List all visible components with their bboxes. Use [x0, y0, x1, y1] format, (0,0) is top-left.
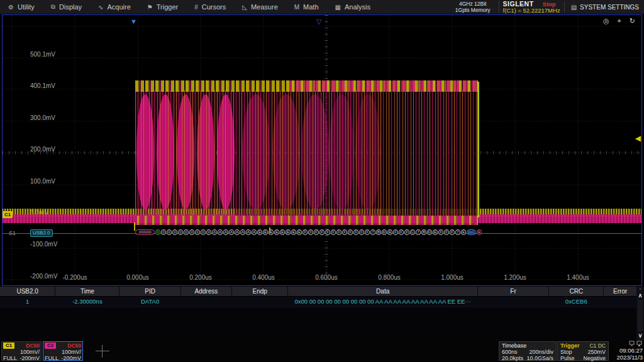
decode-byte-bubble: F: [348, 229, 353, 235]
decode-byte-bubble: 0: [195, 229, 200, 235]
decode-byte-bubble: F: [404, 229, 409, 235]
table-header-cell[interactable]: USB2.0: [0, 287, 55, 296]
acquisition-status[interactable]: Stop: [543, 1, 556, 8]
table-value-cell: [181, 297, 232, 307]
trigger-level: 250mV: [587, 349, 606, 355]
decode-byte-bubble: F: [438, 229, 443, 235]
table-scrollbar[interactable]: × ∧ ∨: [636, 287, 644, 339]
menu-item-label: Acquire: [107, 3, 130, 11]
menu-item[interactable]: ◺ Measure: [234, 0, 286, 14]
topbar-right-cluster: 4GHz 12Bit 1Gpts Memory SIGLENT Stop f(C…: [455, 0, 644, 14]
menu-item-icon: ⚙: [8, 4, 14, 11]
waveform-display[interactable]: 500.1mV400.1mV300.0mV200.0mV100.0mV0.0mV…: [2, 14, 642, 286]
oscilloscope-screen: ⚙ Utility ⧉ Display ∿ Acquire ⚑ Trigger …: [0, 0, 644, 362]
menu-item-label: Cursors: [202, 3, 226, 11]
scroll-down-icon[interactable]: ∨: [638, 332, 643, 339]
position-crosshair-icon[interactable]: ⌖: [618, 17, 621, 25]
delay-position-marker[interactable]: ▽: [316, 18, 321, 26]
menu-item-icon: ∿: [98, 4, 103, 11]
menu-item[interactable]: ⚙ Utility: [0, 0, 43, 14]
decode-byte-bubble: F: [359, 229, 364, 235]
system-settings-button[interactable]: ▤ SYSTEM SETTINGS: [569, 4, 644, 11]
table-header-cell[interactable]: CRC: [549, 287, 604, 296]
main-menu: ⚙ Utility ⧉ Display ∿ Acquire ⚑ Trigger …: [0, 0, 379, 14]
table-header-cell[interactable]: Time: [55, 287, 119, 296]
c1-ground-level-badge[interactable]: C1: [3, 211, 13, 218]
scrollbar-track[interactable]: [638, 300, 643, 331]
timebase-points: 20.0kpts: [502, 355, 523, 361]
menu-item-icon: #: [194, 4, 198, 11]
channel-1-descriptor[interactable]: C1 DC50 100mV/ FULL -200mV: [1, 341, 42, 361]
timebase-samplerate: 10.0GSa/s: [526, 355, 553, 361]
decode-byte-bubble: E: [297, 229, 302, 235]
menu-item[interactable]: ⚑ Trigger: [139, 0, 186, 14]
decode-byte-bubble: A: [229, 229, 234, 235]
rotate-view-icon[interactable]: ↻: [630, 17, 635, 25]
scroll-up-icon[interactable]: ∧: [638, 292, 643, 299]
decode-byte-bubble: 0xC: [467, 229, 476, 235]
decode-byte-bubble: E: [257, 229, 262, 235]
usb-packet-burst: [135, 80, 478, 225]
decode-byte-bubble: E: [274, 229, 279, 235]
x-axis-tick-label: 1.200us: [484, 274, 547, 281]
screenshot-camera-icon[interactable]: ◎: [603, 17, 609, 25]
table-header-cell[interactable]: Fr: [478, 287, 549, 296]
menu-item-label: Math: [303, 3, 318, 11]
table-header-cell[interactable]: Address: [181, 287, 232, 296]
decode-byte-bubble: E: [263, 229, 268, 235]
decode-protocol-badge[interactable]: USB2.0: [30, 229, 53, 237]
trigger-position-marker[interactable]: ▼: [130, 18, 137, 25]
table-value-cell: [232, 297, 288, 307]
channel-2-badge: C2: [45, 343, 56, 349]
decode-byte-bubble: A: [246, 229, 251, 235]
menu-item[interactable]: ⧉ Display: [43, 0, 90, 14]
table-close-icon[interactable]: ×: [639, 287, 642, 292]
channel-1-badge: C1: [3, 343, 14, 349]
decode-byte-bubble: 0: [161, 229, 166, 235]
channel-2-bandwidth: FULL: [45, 355, 58, 361]
menu-item[interactable]: # Cursors: [186, 0, 234, 14]
y-axis-tick-label: -100.0mV: [30, 241, 57, 272]
decode-byte-bubble: 0: [201, 229, 206, 235]
decode-byte-bubble: A: [240, 229, 245, 235]
table-value-cell: 0xCEB6: [549, 297, 604, 307]
decode-byte-bubble: 0000000: [135, 229, 155, 235]
decode-byte-bubble: 7: [455, 229, 460, 235]
trigger-level-marker[interactable]: ◀: [635, 134, 641, 143]
channel-1-scale: 100mV/: [20, 349, 40, 355]
brand-block: SIGLENT Stop f(C1) = 52.22217MHz: [503, 1, 560, 14]
channel-2-coupling: DC50: [67, 343, 81, 349]
decode-table-row[interactable]: 1-2.30000nsDATA00x00 00 00 00 00 00 00 0…: [0, 296, 636, 307]
frequency-measurement: f(C1) = 52.22217MHz: [503, 8, 560, 14]
table-value-cell: [604, 297, 636, 307]
decode-byte-bubble: 0: [155, 229, 160, 235]
decode-byte-bubble: 0: [184, 229, 189, 235]
menu-item-icon: ⧉: [51, 3, 55, 11]
timebase-scale: 200ns/div: [529, 349, 553, 355]
menu-item[interactable]: ∿ Acquire: [90, 0, 139, 14]
decode-byte-bubble: F: [450, 229, 455, 235]
decode-byte-bubble: E: [286, 229, 291, 235]
decode-byte-bubble: E: [387, 229, 392, 235]
menu-item[interactable]: ▦ Analysis: [327, 0, 379, 14]
channel-1-bandwidth: FULL: [3, 355, 17, 361]
table-header-cell[interactable]: Error: [604, 287, 636, 296]
menu-item-label: Measure: [251, 3, 278, 11]
trigger-panel[interactable]: Trigger C1 DC Stop 250mV Pulse Negative: [557, 341, 609, 361]
x-axis-tick-label: 0.200us: [169, 274, 232, 281]
add-channel-plus-icon[interactable]: [96, 345, 109, 358]
table-header-cell[interactable]: Endp: [232, 287, 288, 296]
divider: [499, 1, 499, 13]
x-axis-tick-label: 0.000us: [106, 274, 169, 281]
table-header-cell[interactable]: Data: [288, 287, 478, 296]
menu-item[interactable]: M Math: [286, 0, 327, 14]
decode-byte-bubble: F: [336, 229, 341, 235]
burst-end-edge: [477, 82, 479, 217]
menu-item-label: Display: [59, 3, 82, 11]
timebase-panel[interactable]: Timebase 600ns 200ns/div 20.0kpts 10.0GS…: [499, 341, 557, 361]
clock-panel[interactable]: 09:06:27 2023/11/3: [609, 341, 643, 362]
bottom-status-bar: C1 DC50 100mV/ FULL -200mV C2 DC50 100mV…: [0, 339, 644, 362]
channel-2-descriptor[interactable]: C2 DC50 100mV/ FULL -200mV: [43, 341, 83, 361]
menu-item-icon: ◺: [242, 4, 247, 11]
table-header-cell[interactable]: PID: [119, 287, 180, 296]
